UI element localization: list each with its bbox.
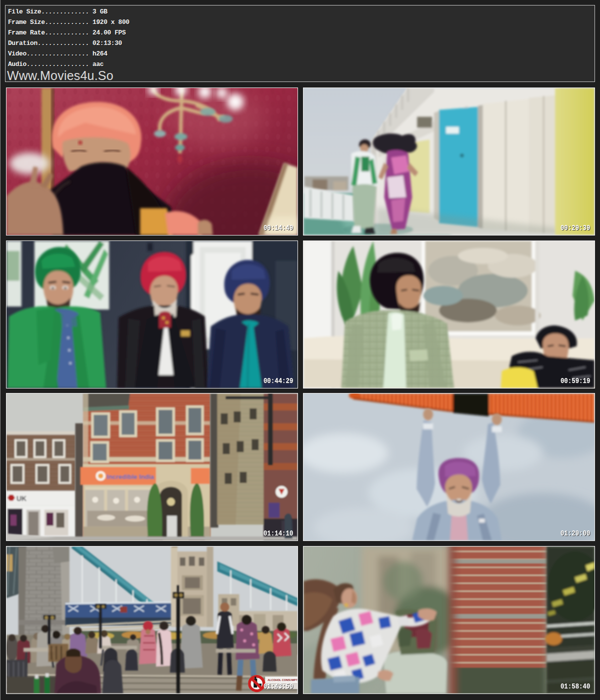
svg-text:ALCOHOL CONSUMPTION IS INJURIO: ALCOHOL CONSUMPTION IS INJURIO	[268, 678, 298, 682]
svg-text:UK: UK	[16, 494, 26, 502]
svg-text:Incredible India: Incredible India	[106, 473, 154, 480]
